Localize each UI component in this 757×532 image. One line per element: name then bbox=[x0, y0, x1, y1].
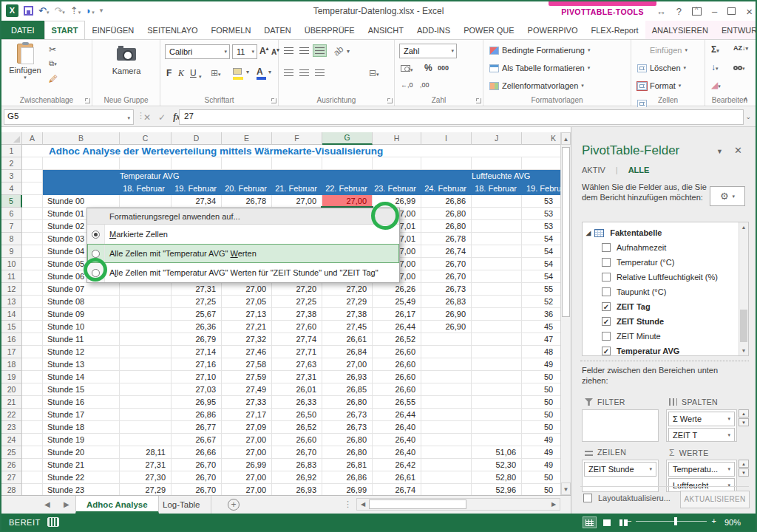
field-group-faktentabelle[interactable]: ◢Faktentabelle bbox=[583, 225, 748, 240]
field-checkbox[interactable] bbox=[602, 287, 611, 296]
font-dialog-launcher[interactable] bbox=[271, 98, 276, 103]
cell[interactable] bbox=[172, 157, 222, 170]
row-label[interactable]: Stunde 07 bbox=[43, 283, 120, 296]
cell[interactable]: 27,32 bbox=[222, 333, 272, 346]
cell[interactable]: 27,74 bbox=[272, 333, 322, 346]
scroll-up-icon[interactable]: ▲ bbox=[561, 132, 571, 145]
cell[interactable]: 26,61 bbox=[373, 471, 421, 484]
cell[interactable] bbox=[22, 233, 43, 245]
cell[interactable]: 26,44 bbox=[373, 409, 421, 421]
underline-button[interactable]: U bbox=[190, 68, 197, 78]
cell[interactable]: 26,36 bbox=[172, 321, 222, 333]
row-label[interactable]: Stunde 11 bbox=[43, 333, 120, 346]
cell[interactable]: 27,00 bbox=[272, 195, 322, 208]
cell[interactable]: 26,80 bbox=[322, 434, 373, 446]
orientation-dropdown[interactable]: ▾ bbox=[347, 48, 350, 55]
scroll-left-icon[interactable]: ◀ bbox=[358, 499, 368, 510]
close-button[interactable]: × bbox=[746, 5, 753, 18]
cell[interactable]: 27,17 bbox=[222, 409, 272, 421]
align-center-button[interactable] bbox=[297, 66, 311, 79]
cell[interactable]: 27,30 bbox=[120, 471, 172, 484]
macro-record-icon[interactable] bbox=[47, 517, 59, 527]
cell[interactable]: 55 bbox=[522, 283, 560, 296]
field-item-temperatur-avg[interactable]: ✓Temperatur AVG bbox=[583, 344, 748, 356]
paste-button[interactable]: Einfügen▾ bbox=[7, 44, 43, 81]
font-name-combo[interactable]: Calibri▾ bbox=[165, 44, 230, 59]
cell[interactable]: 26,26 bbox=[373, 283, 421, 296]
cell[interactable] bbox=[472, 333, 522, 346]
cell[interactable]: 27,60 bbox=[272, 321, 322, 333]
cell[interactable]: 50 bbox=[522, 396, 560, 409]
format-painter-icon[interactable]: 🖉 bbox=[49, 74, 58, 84]
cell[interactable]: 54 bbox=[522, 258, 560, 270]
cell[interactable]: 27,33 bbox=[222, 396, 272, 409]
cell[interactable]: 26,44 bbox=[373, 321, 421, 333]
cell[interactable]: 27,00 bbox=[322, 358, 373, 371]
cell[interactable]: 27,29 bbox=[120, 484, 172, 495]
cell[interactable]: 45 bbox=[522, 321, 560, 333]
cell[interactable] bbox=[22, 321, 43, 333]
cell[interactable]: 50 bbox=[522, 484, 560, 495]
cell[interactable]: 49 bbox=[522, 434, 560, 446]
cell[interactable]: 26,99 bbox=[222, 459, 272, 471]
cell[interactable]: 27,20 bbox=[322, 283, 373, 296]
cell[interactable]: 26,81 bbox=[322, 459, 373, 471]
cell[interactable]: 26,78 bbox=[222, 195, 272, 208]
cell[interactable] bbox=[22, 308, 43, 321]
ribbon-display-options-button[interactable] bbox=[692, 7, 702, 16]
cell[interactable] bbox=[373, 157, 421, 170]
borders-icon[interactable]: ⊞▾ bbox=[211, 68, 221, 78]
column-header-d[interactable]: D bbox=[172, 132, 222, 145]
row-label[interactable]: Stunde 16 bbox=[43, 396, 120, 409]
cell[interactable]: 26,67 bbox=[172, 434, 222, 446]
cell[interactable] bbox=[22, 220, 43, 233]
field-checkbox[interactable] bbox=[602, 332, 611, 341]
grow-font-button[interactable]: A▴ bbox=[259, 46, 268, 56]
cell[interactable]: 50 bbox=[522, 371, 560, 383]
cell[interactable]: 26,92 bbox=[272, 471, 322, 484]
cell[interactable] bbox=[22, 183, 43, 195]
minimize-button[interactable]: – bbox=[712, 6, 717, 17]
row-label[interactable]: Stunde 22 bbox=[43, 471, 120, 484]
cell[interactable]: 26,60 bbox=[373, 383, 421, 396]
cell[interactable]: 27,00 bbox=[222, 283, 272, 296]
row-header-15[interactable]: 15 bbox=[1, 321, 22, 333]
cell[interactable]: 52,96 bbox=[472, 484, 522, 495]
cell[interactable] bbox=[421, 471, 472, 484]
field-checkbox[interactable]: ✓ bbox=[602, 302, 611, 311]
row-header-6[interactable]: 6 bbox=[1, 208, 22, 220]
cell[interactable]: 27,38 bbox=[322, 308, 373, 321]
field-item-zeit-stunde[interactable]: ✓ZEIT Stunde bbox=[583, 314, 748, 329]
field-list-scrollbar[interactable]: ▲▼ bbox=[739, 222, 748, 355]
cell[interactable]: 54 bbox=[522, 270, 560, 283]
cell[interactable] bbox=[22, 245, 43, 258]
align-top-button[interactable] bbox=[282, 44, 296, 57]
cell[interactable]: 26,74 bbox=[421, 245, 472, 258]
row-header-8[interactable]: 8 bbox=[1, 233, 22, 245]
horizontal-scrollbar[interactable]: ◀ ▶ bbox=[356, 498, 560, 511]
row-label[interactable]: Stunde 08 bbox=[43, 296, 120, 308]
row-label[interactable]: Stunde 19 bbox=[43, 434, 120, 446]
normal-view-button[interactable] bbox=[583, 516, 597, 528]
cell[interactable]: 26,60 bbox=[373, 371, 421, 383]
ribbon-tab-ansicht[interactable]: ANSICHT bbox=[361, 21, 410, 39]
merge-center-icon[interactable]: ⊟▾ bbox=[369, 68, 379, 78]
ribbon-tab-datei[interactable]: DATEI bbox=[1, 21, 44, 39]
cell[interactable]: 27,10 bbox=[172, 371, 222, 383]
cell[interactable]: 27,09 bbox=[222, 421, 272, 434]
cell[interactable]: 27,45 bbox=[322, 321, 373, 333]
help-button[interactable]: ? bbox=[676, 6, 682, 17]
cell[interactable]: 52,30 bbox=[472, 459, 522, 471]
worksheet[interactable]: ABCDEFGHIJK1Adhoc Analyse der Werteverte… bbox=[1, 127, 560, 495]
sort-filter-button[interactable]: AZ↓▾ bbox=[733, 44, 748, 52]
row-header-12[interactable]: 12 bbox=[1, 283, 22, 296]
column-header-b[interactable]: B bbox=[43, 132, 120, 145]
row-label[interactable]: Stunde 15 bbox=[43, 383, 120, 396]
row-header-26[interactable]: 26 bbox=[1, 459, 22, 471]
row-header-4[interactable]: 4 bbox=[1, 183, 22, 195]
cell[interactable] bbox=[22, 270, 43, 283]
cell[interactable] bbox=[472, 308, 522, 321]
cell[interactable]: 26,95 bbox=[172, 396, 222, 409]
copy-icon[interactable]: ⧉▾ bbox=[49, 59, 57, 68]
row-header-19[interactable]: 19 bbox=[1, 371, 22, 383]
